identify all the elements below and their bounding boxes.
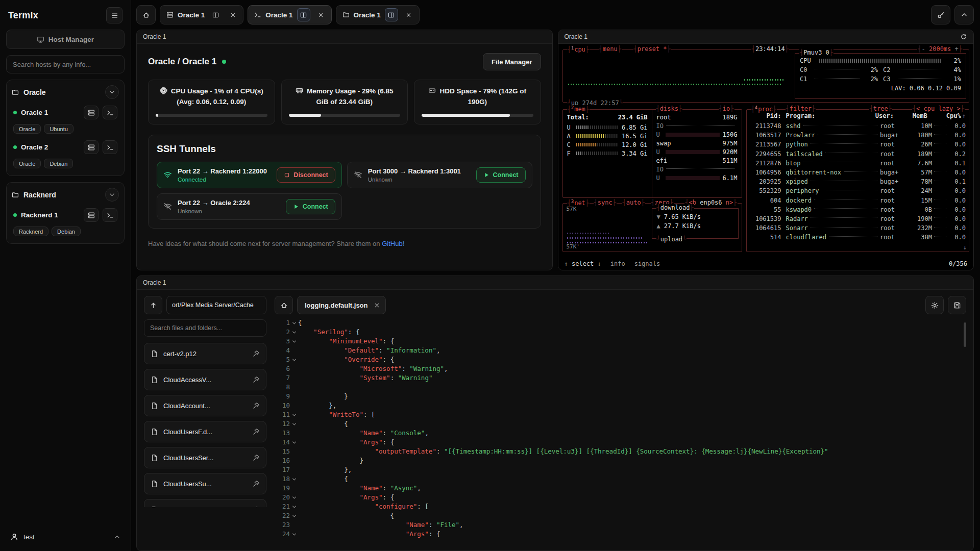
pin-icon[interactable] [253, 454, 260, 461]
code-editor[interactable]: 1{2 "Serilog": {3 "MinimumLevel": {4 "De… [275, 318, 966, 544]
fold-icon[interactable] [290, 511, 298, 520]
fold-icon[interactable] [290, 318, 298, 328]
home-button[interactable] [136, 5, 156, 24]
host-server-button[interactable] [84, 140, 99, 154]
disk-used-row: U150G [656, 130, 738, 139]
process-row[interactable]: 2294655tailscaledroot189M0.2 [748, 149, 968, 159]
pin-icon[interactable] [253, 506, 260, 507]
fold-icon[interactable] [290, 474, 298, 484]
fold-icon[interactable] [290, 438, 298, 447]
tab-terminal[interactable]: Oracle 1 [248, 5, 331, 24]
file-manager-button[interactable]: File Manager [483, 53, 541, 70]
process-row[interactable]: 514cloudflaredroot38M0.0 [748, 233, 968, 242]
pin-icon[interactable] [253, 376, 260, 383]
process-row[interactable]: 1061539Radarrroot190M0.0 [748, 214, 968, 223]
pin-icon[interactable] [253, 480, 260, 487]
file-item[interactable]: CloudUsersSer... [144, 447, 266, 468]
process-row[interactable]: 1063517Prowlarrbuga+180M0.0 [748, 131, 968, 140]
folder-header[interactable]: Oracle [12, 85, 119, 99]
tunnel-connect-button[interactable]: Connect [286, 199, 335, 214]
editor-scrollbar[interactable] [964, 322, 966, 347]
parent-directory-button[interactable] [144, 296, 162, 314]
file-item[interactable]: CloudUsersSu... [144, 473, 266, 494]
file-item[interactable]: CloudUsersF.d... [144, 421, 266, 442]
save-file-button[interactable] [948, 296, 966, 314]
close-tab-button[interactable] [226, 8, 239, 21]
editor-settings-button[interactable] [925, 296, 944, 314]
chevron-up-icon[interactable] [114, 534, 120, 540]
path-input[interactable] [166, 296, 266, 314]
folder-collapse-button[interactable] [105, 188, 119, 202]
close-tab-button[interactable] [314, 8, 328, 21]
folder-collapse-button[interactable] [105, 85, 119, 99]
editor-file-tab[interactable]: logging.default.json [297, 296, 386, 314]
folder-header[interactable]: Racknerd [12, 188, 119, 202]
host-server-button[interactable] [84, 106, 99, 119]
code-line: 22 { [275, 511, 966, 520]
pin-icon[interactable] [253, 428, 260, 435]
fold-icon[interactable] [290, 493, 298, 502]
btop-terminal[interactable]: 1cpu menu preset * 23:44:14 - 2000ms + P… [558, 44, 974, 270]
split-view-button[interactable] [297, 8, 310, 21]
file-search-input[interactable] [144, 319, 266, 337]
pin-icon[interactable] [253, 350, 260, 357]
process-row[interactable]: 2112876btoproot7.6M0.1 [748, 159, 968, 168]
host-search-input[interactable] [6, 55, 125, 73]
process-row[interactable]: 55kswapd0root0B0.0 [748, 205, 968, 214]
host-item[interactable]: Racknerd 1RacknerdDebian [12, 208, 119, 236]
host-item[interactable]: Oracle 2OracleDebian [12, 140, 119, 168]
files-panel-header: Oracle 1 [137, 276, 973, 290]
editor-home-button[interactable] [275, 296, 293, 314]
split-view-button[interactable] [209, 8, 222, 21]
fold-icon[interactable] [290, 419, 298, 429]
fold-icon[interactable] [290, 502, 298, 511]
scroll-down-icon: ↓ [963, 244, 967, 251]
fold-icon[interactable] [290, 337, 298, 346]
sidebar-menu-button[interactable] [106, 7, 122, 23]
tunnel-connect-button[interactable]: Connect [476, 167, 526, 183]
net-graph-line [567, 233, 610, 234]
close-tab-button[interactable] [402, 8, 415, 21]
host-terminal-button[interactable] [103, 208, 117, 222]
process-row[interactable]: 2113567pythonroot26M0.0 [748, 140, 968, 149]
github-link[interactable]: GitHub! [382, 240, 404, 247]
host-terminal-button[interactable] [103, 140, 117, 154]
server-icon [166, 11, 174, 18]
disk-used-row: U6.1M [656, 173, 738, 182]
host-manager-button[interactable]: Host Manager [6, 30, 125, 49]
process-row[interactable]: 1064615Sonarrroot232M0.0 [748, 223, 968, 233]
tab-folder[interactable]: Oracle 1 [336, 5, 420, 24]
host-item[interactable]: Oracle 1OracleUbuntu [12, 106, 119, 134]
ssh-tools-button[interactable] [931, 5, 950, 24]
host-folder: RacknerdRacknerd 1RacknerdDebian [6, 182, 125, 244]
process-row[interactable]: 552329peripheryroot24M0.0 [748, 186, 968, 195]
process-row[interactable]: 2113748sshdroot10M0.0 [748, 121, 968, 131]
fold-icon[interactable] [290, 355, 298, 364]
fold-icon[interactable] [290, 530, 298, 539]
file-item[interactable] [144, 499, 266, 507]
file-item[interactable]: CloudAccount... [144, 395, 266, 416]
tab-server[interactable]: Oracle 1 [160, 5, 243, 24]
terminal-icon [254, 11, 261, 18]
sidebar: Termix Host Manager OracleOracle 1Oracle… [0, 0, 131, 551]
file-item[interactable]: cert-v2.p12 [144, 343, 266, 364]
sidebar-footer-user[interactable]: test [6, 529, 125, 545]
file-item[interactable]: CloudAccessV... [144, 369, 266, 390]
pin-icon[interactable] [253, 402, 260, 409]
refresh-icon[interactable] [960, 33, 967, 40]
collapse-tabbar-button[interactable] [954, 5, 974, 24]
close-icon[interactable] [374, 302, 380, 309]
process-row[interactable]: 203925xpipedbuga+78M0.1 [748, 177, 968, 186]
footer-user-name: test [23, 533, 35, 541]
host-terminal-button[interactable] [103, 106, 117, 119]
process-row[interactable]: 604dockerdroot15M0.0 [748, 196, 968, 205]
process-table[interactable]: 2113748sshdroot10M0.01063517Prowlarrbuga… [748, 121, 968, 250]
stat-card: CPU Usage - 1% of 4 CPU(s) (Avg: 0.06, 0… [148, 80, 275, 124]
process-row[interactable]: 1064956qbittorrent-noxbuga+57M0.0 [748, 168, 968, 177]
fold-icon[interactable] [290, 328, 298, 337]
split-view-button[interactable] [385, 8, 398, 21]
host-server-button[interactable] [84, 208, 99, 222]
tunnel-disconnect-button[interactable]: Disconnect [277, 167, 335, 183]
fold-icon[interactable] [290, 410, 298, 419]
code-line: 23 "Name": "File", [275, 520, 966, 530]
